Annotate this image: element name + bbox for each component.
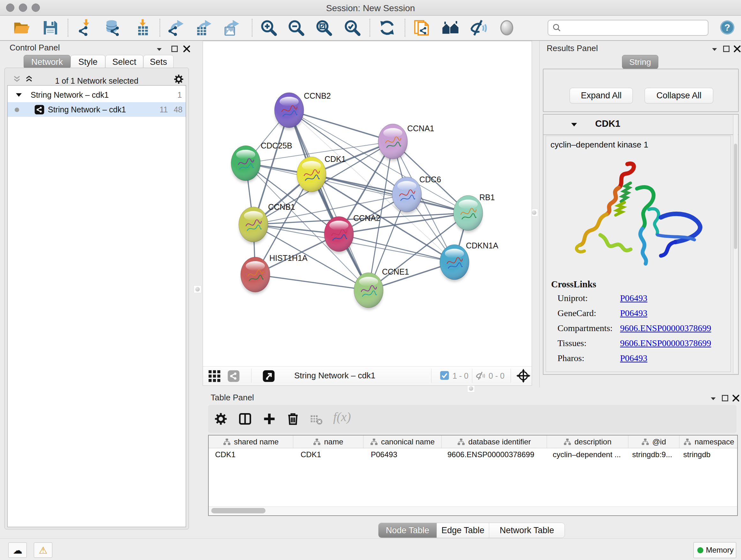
import-network-file-button[interactable]: [77, 19, 95, 37]
column-header-shared-name[interactable]: shared name: [209, 435, 293, 448]
crosslink-row: Tissues: 9606.ENSP00000378699: [546, 338, 731, 353]
main-toolbar: ?: [0, 16, 741, 41]
network-node-cdc25b[interactable]: CDC25B: [231, 141, 292, 183]
bottom-splitter-handle[interactable]: [467, 385, 475, 392]
network-view: CCNB2CCNA1CDC25BCDK1CDC6RB1CCNB1CCNA2CDK…: [203, 41, 532, 386]
network-node-cdkn1a[interactable]: CDKN1A: [440, 241, 498, 282]
show-glass-effect-button[interactable]: [498, 19, 516, 37]
results-scrollbar-thumb[interactable]: [734, 144, 737, 249]
collapse-all-button[interactable]: Collapse All: [645, 88, 713, 104]
control-panel-float-icon[interactable]: [171, 45, 179, 53]
crosslink-link[interactable]: P06493: [620, 353, 648, 363]
network-row[interactable]: String Network – cdk1 11 48: [8, 102, 186, 117]
cloud-status-button[interactable]: ☁: [8, 543, 27, 558]
network-node-ccne1[interactable]: CCNE1: [354, 267, 409, 310]
network-collection-row[interactable]: String Network – cdk1 1: [8, 87, 186, 102]
network-node-rb1[interactable]: RB1: [454, 193, 495, 233]
zoom-out-icon: [287, 19, 305, 37]
crosslink-link[interactable]: P06493: [620, 293, 648, 303]
tab-node-table[interactable]: Node Table: [379, 523, 437, 538]
toolbar-separator: [405, 19, 405, 37]
export-network-button[interactable]: [167, 19, 185, 37]
hide-glass-effect-button[interactable]: [470, 19, 488, 37]
grid-view-icon[interactable]: [208, 369, 221, 383]
network-options-gear-icon[interactable]: [173, 74, 184, 84]
gene-header-row[interactable]: CDK1: [543, 115, 738, 135]
tab-sets[interactable]: Sets: [143, 55, 174, 69]
zoom-in-button[interactable]: [260, 19, 278, 37]
export-table-button[interactable]: [195, 19, 213, 37]
tab-select[interactable]: Select: [105, 55, 143, 69]
selected-counts: 1 - 0: [453, 371, 468, 381]
table-panel-menu-icon[interactable]: [709, 395, 718, 403]
toolbar-separator: [159, 19, 160, 37]
table-scrollbar-thumb[interactable]: [211, 508, 266, 513]
control-panel-close-icon[interactable]: [183, 45, 191, 53]
results-scrollbar[interactable]: [733, 115, 738, 373]
crosslink-row: Pharos: P06493: [546, 353, 731, 368]
results-panel-menu-icon[interactable]: [711, 45, 719, 54]
network-node-cdc6[interactable]: CDC6: [392, 175, 441, 214]
zoom-out-button[interactable]: [287, 19, 305, 37]
search-field[interactable]: [548, 20, 709, 36]
expand-all-button[interactable]: Expand All: [569, 88, 633, 104]
tab-network-table[interactable]: Network Table: [489, 523, 564, 538]
add-column-plus-icon[interactable]: [262, 412, 276, 426]
memory-button[interactable]: Memory: [693, 542, 736, 558]
export-image-icon: [223, 19, 241, 37]
share-document-button[interactable]: [413, 19, 431, 37]
selected-nodes-checkbox-icon[interactable]: [440, 371, 449, 380]
save-session-button[interactable]: [42, 19, 59, 37]
refresh-button[interactable]: [378, 19, 396, 37]
string-home-button[interactable]: [442, 19, 460, 37]
table-horizontal-scrollbar[interactable]: [209, 506, 737, 515]
network-badge-gray-icon[interactable]: [227, 370, 240, 382]
gene-collapse-icon[interactable]: [571, 122, 577, 127]
import-table-file-button[interactable]: [134, 19, 151, 37]
tab-edge-table[interactable]: Edge Table: [437, 523, 489, 538]
delete-column-trash-icon[interactable]: [286, 412, 300, 426]
column-header-name[interactable]: name: [293, 435, 363, 448]
detach-view-icon[interactable]: [262, 370, 275, 382]
import-network-database-button[interactable]: [104, 19, 121, 37]
node-label: CDKN1A: [466, 241, 498, 250]
crosslink-link[interactable]: P06493: [620, 308, 648, 318]
results-panel-float-icon[interactable]: [722, 45, 731, 53]
zoom-selected-button[interactable]: [343, 19, 361, 37]
tab-style[interactable]: Style: [71, 55, 105, 69]
table-settings-gear-icon[interactable]: [214, 412, 228, 426]
column-header-canonical-name[interactable]: canonical name: [363, 435, 442, 448]
network-node-ccna1[interactable]: CCNA1: [378, 124, 434, 161]
control-panel-menu-icon[interactable]: [155, 45, 163, 54]
zoom-fit-button[interactable]: [315, 19, 333, 37]
help-button[interactable]: ?: [720, 20, 735, 35]
table-panel-float-icon[interactable]: [721, 394, 729, 402]
network-node-ccnb2[interactable]: CCNB2: [274, 91, 331, 130]
open-session-button[interactable]: [13, 19, 30, 37]
column-header-id[interactable]: @id: [628, 435, 679, 448]
results-panel-close-icon[interactable]: [733, 45, 741, 53]
tab-network[interactable]: Network: [23, 55, 71, 69]
left-splitter-handle[interactable]: [194, 286, 201, 293]
warnings-button[interactable]: ⚠: [34, 543, 52, 558]
column-header-description[interactable]: description: [547, 435, 628, 448]
network-canvas[interactable]: CCNB2CCNA1CDC25BCDK1CDC6RB1CCNB1CCNA2CDK…: [203, 41, 532, 366]
network-node-hist1h1a[interactable]: HIST1H1A: [241, 253, 308, 294]
table-toolbar: f(x): [208, 405, 737, 433]
crosslink-link[interactable]: 9606.ENSP00000378699: [620, 323, 711, 333]
tab-string[interactable]: String: [622, 55, 658, 69]
collection-expand-icon[interactable]: [16, 92, 22, 97]
gene-description: cyclin–dependent kinase 1: [550, 140, 648, 150]
toolbar-separator: [369, 19, 370, 37]
search-input[interactable]: [564, 23, 708, 33]
export-image-button[interactable]: [223, 19, 241, 37]
column-header-namespace[interactable]: namespace: [679, 435, 738, 448]
column-type-icon: [563, 438, 571, 446]
birdseye-navigator-icon[interactable]: [516, 369, 530, 383]
zoom-fit-icon: [315, 19, 333, 37]
crosslink-link[interactable]: 9606.ENSP00000378699: [620, 338, 711, 348]
column-header-database-identifier[interactable]: database identifier: [442, 435, 547, 448]
table-panel-close-icon[interactable]: [732, 394, 740, 402]
column-type-icon: [642, 438, 649, 446]
show-columns-icon[interactable]: [238, 412, 252, 426]
